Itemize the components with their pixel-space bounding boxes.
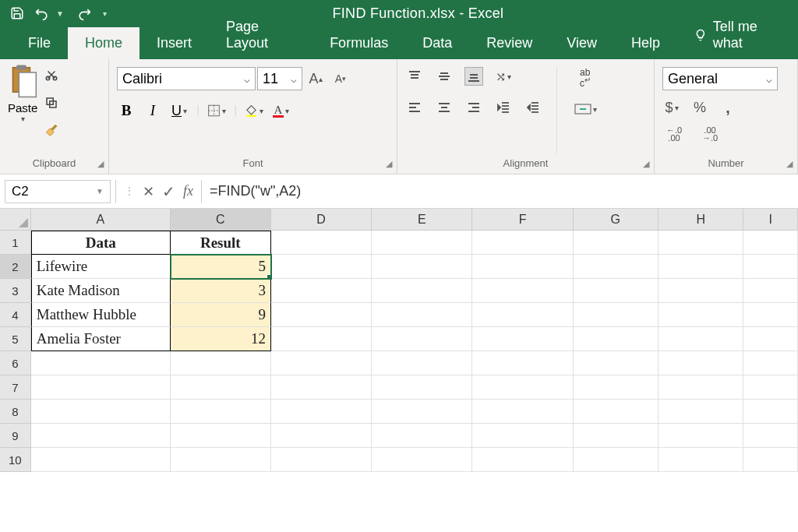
cell-F2[interactable] — [472, 255, 573, 279]
cell-D6[interactable] — [271, 351, 372, 375]
decrease-indent-icon[interactable] — [494, 98, 513, 117]
cell-H1[interactable] — [659, 231, 743, 255]
row-header-8[interactable]: 8 — [0, 400, 31, 424]
cell-E4[interactable] — [372, 303, 472, 327]
currency-button[interactable]: $▾ — [662, 98, 681, 117]
cell-F5[interactable] — [472, 327, 573, 351]
save-icon[interactable] — [6, 2, 28, 24]
row-header-2[interactable]: 2 — [0, 255, 31, 279]
cell-A4[interactable]: Matthew Hubble — [31, 303, 171, 327]
qat-customize-icon[interactable]: ▾ — [98, 9, 107, 18]
col-header-D[interactable]: D — [271, 209, 372, 230]
row-header-3[interactable]: 3 — [0, 279, 31, 303]
cell-F9[interactable] — [472, 424, 573, 448]
row-header-7[interactable]: 7 — [0, 375, 31, 400]
cell-F8[interactable] — [472, 400, 573, 424]
cell-H9[interactable] — [659, 424, 743, 448]
cell-E5[interactable] — [372, 327, 472, 351]
cut-icon[interactable] — [42, 65, 61, 84]
row-header-6[interactable]: 6 — [0, 351, 31, 375]
cell-E1[interactable] — [372, 231, 472, 255]
cell-I4[interactable] — [743, 303, 798, 327]
wrap-text-button[interactable]: abc↵ — [571, 69, 599, 87]
cell-I8[interactable] — [743, 400, 798, 424]
cell-C1[interactable]: Result — [171, 231, 271, 255]
cell-G10[interactable] — [574, 448, 659, 472]
cell-H6[interactable] — [659, 351, 743, 375]
enter-formula-icon[interactable]: ✓ — [162, 182, 175, 201]
formula-options-icon[interactable]: ⋮ — [124, 185, 135, 198]
align-middle-icon[interactable] — [435, 67, 454, 86]
number-launcher-icon[interactable]: ◢ — [786, 159, 793, 169]
font-launcher-icon[interactable]: ◢ — [386, 159, 392, 169]
cell-C3[interactable]: 3 — [171, 279, 271, 303]
cell-C6[interactable] — [171, 351, 271, 375]
col-header-F[interactable]: F — [472, 209, 573, 230]
row-header-10[interactable]: 10 — [0, 448, 31, 472]
tab-view[interactable]: View — [549, 27, 614, 59]
cell-I7[interactable] — [743, 375, 798, 400]
cell-D4[interactable] — [271, 303, 372, 327]
cell-I5[interactable] — [743, 327, 798, 351]
increase-decimal-icon[interactable]: ←.0.00 — [662, 125, 686, 143]
cell-D10[interactable] — [271, 448, 372, 472]
clipboard-launcher-icon[interactable]: ◢ — [97, 159, 104, 169]
cell-G1[interactable] — [574, 231, 659, 255]
row-header-1[interactable]: 1 — [0, 231, 31, 255]
cell-E2[interactable] — [372, 255, 472, 279]
font-name-combo[interactable]: Calibri⌵ — [117, 67, 256, 90]
cell-E3[interactable] — [372, 279, 472, 303]
tab-file[interactable]: File — [11, 27, 68, 59]
row-header-5[interactable]: 5 — [0, 327, 31, 351]
cell-E10[interactable] — [372, 448, 472, 472]
cell-D3[interactable] — [271, 279, 372, 303]
cell-F1[interactable] — [472, 231, 573, 255]
alignment-launcher-icon[interactable]: ◢ — [643, 159, 649, 169]
cell-H3[interactable] — [659, 279, 743, 303]
undo-icon[interactable] — [31, 2, 53, 24]
tab-home[interactable]: Home — [68, 27, 139, 59]
copy-icon[interactable] — [42, 93, 61, 112]
cell-H8[interactable] — [659, 400, 743, 424]
fill-color-button[interactable]: ▾ — [245, 101, 263, 120]
select-all-corner[interactable] — [0, 209, 31, 230]
bold-button[interactable]: B — [117, 101, 136, 120]
cell-I6[interactable] — [743, 351, 798, 375]
col-header-I[interactable]: I — [743, 209, 798, 230]
cell-I1[interactable] — [743, 231, 798, 255]
tab-review[interactable]: Review — [469, 27, 549, 59]
cell-C10[interactable] — [171, 448, 271, 472]
format-painter-icon[interactable] — [42, 122, 61, 140]
row-header-9[interactable]: 9 — [0, 424, 31, 448]
cell-A9[interactable] — [31, 424, 171, 448]
cell-F6[interactable] — [472, 351, 573, 375]
align-left-icon[interactable] — [405, 98, 424, 117]
redo-icon[interactable] — [73, 2, 95, 24]
tab-page-layout[interactable]: Page Layout — [209, 11, 312, 59]
cell-G2[interactable] — [574, 255, 659, 279]
cell-D8[interactable] — [271, 400, 372, 424]
cell-H2[interactable] — [659, 255, 743, 279]
percent-button[interactable]: % — [690, 98, 709, 117]
paste-button[interactable]: Paste ▾ — [8, 64, 37, 123]
shrink-font-icon[interactable]: A▾ — [329, 69, 352, 88]
cell-D7[interactable] — [271, 375, 372, 400]
cell-D1[interactable] — [271, 231, 372, 255]
align-center-icon[interactable] — [435, 98, 454, 117]
cell-H7[interactable] — [659, 375, 743, 400]
cell-H10[interactable] — [659, 448, 743, 472]
cell-C8[interactable] — [171, 400, 271, 424]
cell-A2[interactable]: Lifewire — [31, 255, 171, 279]
col-header-A[interactable]: A — [31, 209, 171, 230]
cell-E6[interactable] — [372, 351, 472, 375]
cell-H5[interactable] — [659, 327, 743, 351]
cell-G9[interactable] — [574, 424, 659, 448]
cell-D5[interactable] — [271, 327, 372, 351]
tab-data[interactable]: Data — [405, 27, 469, 59]
cell-G3[interactable] — [574, 279, 659, 303]
cell-A7[interactable] — [31, 375, 171, 400]
col-header-G[interactable]: G — [574, 209, 659, 230]
tell-me[interactable]: Tell me what — [677, 11, 798, 59]
cell-E8[interactable] — [372, 400, 472, 424]
cell-A3[interactable]: Kate Madison — [31, 279, 171, 303]
